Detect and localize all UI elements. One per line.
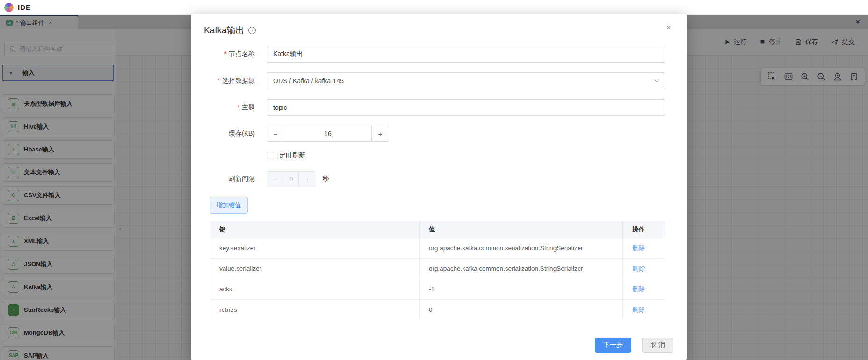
kv-key-cell: acks (210, 279, 420, 300)
app-header: IDE (0, 0, 868, 15)
seconds-unit-label: 秒 (322, 175, 329, 183)
plus-button[interactable]: + (371, 126, 389, 141)
kv-value-cell: org.apache.kafka.common.serialization.St… (420, 259, 623, 279)
ide-window: IDE DI * 输出组件 × » ▾ 输入 ▤ 关系型 (0, 0, 868, 360)
buffer-row: 缓存(KB) − 16 + (210, 126, 665, 142)
topic-row: *主题 (210, 99, 665, 116)
kv-table-row: retries 0 删除 (210, 300, 665, 320)
buffer-value[interactable]: 16 (284, 126, 371, 141)
value-column-header: 值 (420, 221, 623, 238)
modal-close-icon[interactable]: × (666, 23, 671, 32)
delete-link[interactable]: 删除 (632, 265, 645, 272)
timed-refresh-row: 定时刷新 (267, 151, 665, 160)
refresh-interval-row: 刷新间隔 − 0 + 秒 (210, 171, 665, 187)
node-name-label: 节点名称 (229, 50, 255, 58)
kv-value-cell: 0 (420, 300, 623, 320)
datasource-label: 选择数据源 (222, 77, 255, 84)
app-title: IDE (18, 3, 31, 11)
datasource-value: ODS / Kafka / kafka-145 (273, 77, 344, 85)
minus-button[interactable]: − (267, 126, 284, 141)
cancel-button[interactable]: 取 消 (642, 338, 673, 353)
modal-header: Kafka输出 ? (191, 14, 687, 36)
datasource-row: *选择数据源 ODS / Kafka / kafka-145 (210, 72, 665, 89)
delete-link[interactable]: 删除 (632, 245, 645, 252)
minus-button: − (267, 172, 284, 187)
kv-table-row: acks -1 删除 (210, 279, 665, 300)
buffer-stepper: − 16 + (267, 126, 389, 142)
next-step-button[interactable]: 下一步 (595, 338, 631, 353)
kv-value-cell: -1 (420, 279, 623, 300)
delete-link[interactable]: 删除 (632, 286, 645, 293)
refresh-interval-label: 刷新间隔 (210, 175, 255, 183)
kv-table-row: key.serializer org.apache.kafka.common.s… (210, 238, 665, 259)
kv-key-cell: key.serializer (210, 238, 420, 259)
kv-key-cell: retries (210, 300, 420, 320)
help-icon[interactable]: ? (248, 27, 256, 34)
topic-label: 主题 (242, 103, 255, 111)
key-column-header: 键 (210, 221, 420, 238)
topic-input[interactable] (267, 99, 665, 116)
node-name-row: *节点名称 (210, 46, 665, 63)
refresh-interval-stepper: − 0 + (267, 171, 316, 187)
modal-title: Kafka输出 (204, 24, 245, 36)
datasource-select[interactable]: ODS / Kafka / kafka-145 (267, 72, 665, 89)
kafka-output-modal: Kafka输出 ? × *节点名称 *选择数据源 ODS / Kafka / k… (191, 14, 687, 360)
app-logo-icon (4, 3, 14, 12)
kv-table: 键 值 操作 key.serializer org.apache.kafka.c… (210, 221, 665, 320)
kv-table-header-row: 键 值 操作 (210, 221, 665, 238)
buffer-label: 缓存(KB) (210, 130, 255, 138)
required-mark: * (218, 77, 220, 84)
node-name-input[interactable] (267, 46, 665, 63)
kv-value-cell: org.apache.kafka.common.serialization.St… (420, 238, 623, 259)
plus-button: + (298, 172, 316, 187)
timed-refresh-checkbox[interactable] (267, 152, 274, 159)
delete-link[interactable]: 删除 (632, 306, 645, 313)
timed-refresh-label: 定时刷新 (279, 151, 305, 160)
kv-key-cell: value.serializer (210, 259, 420, 279)
refresh-interval-value: 0 (284, 172, 298, 187)
modal-body: *节点名称 *选择数据源 ODS / Kafka / kafka-145 *主题 (191, 36, 687, 320)
required-mark: * (238, 103, 240, 111)
action-column-header: 操作 (623, 221, 665, 238)
add-kv-button[interactable]: 增加键值 (210, 197, 248, 214)
kv-table-row: value.serializer org.apache.kafka.common… (210, 259, 665, 279)
required-mark: * (224, 50, 227, 58)
modal-footer: 下一步 取 消 (595, 338, 673, 353)
